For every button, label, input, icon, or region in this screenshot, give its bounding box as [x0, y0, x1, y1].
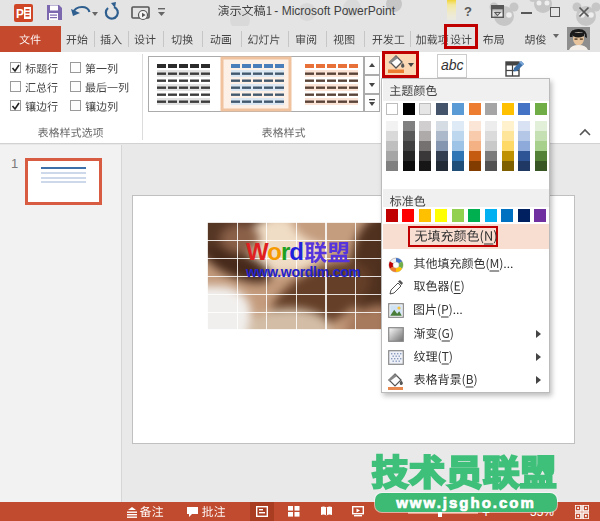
svg-text:P: P: [16, 7, 24, 21]
